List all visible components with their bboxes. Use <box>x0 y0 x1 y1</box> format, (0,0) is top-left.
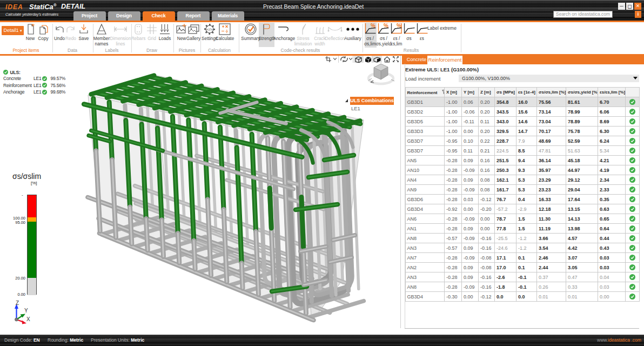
svg-text:Z: Z <box>16 300 19 306</box>
svg-text:Y: Y <box>24 308 28 314</box>
svg-text:%: % <box>397 23 401 29</box>
svg-text:</>: </> <box>206 27 213 32</box>
svg-text:X: X <box>26 316 30 322</box>
svg-text:%: % <box>384 23 388 29</box>
svg-text:%: % <box>371 23 375 29</box>
